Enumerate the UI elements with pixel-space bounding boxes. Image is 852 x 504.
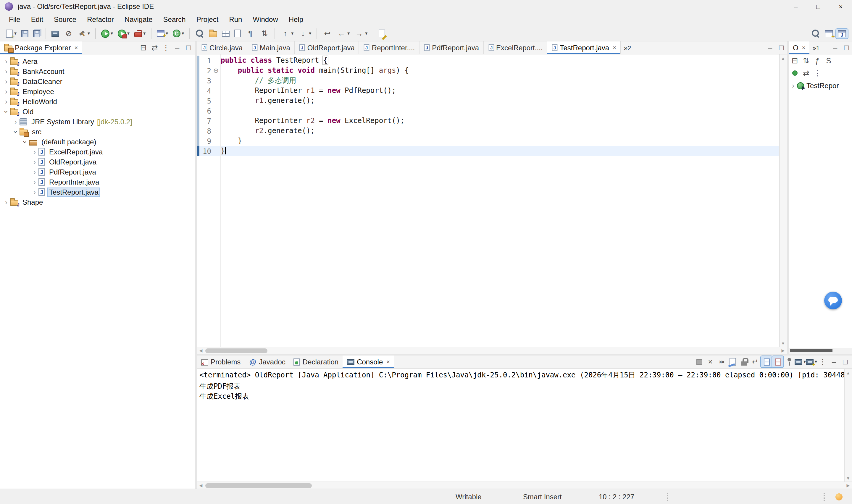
open-resource-button[interactable]	[207, 29, 219, 38]
chevron-expanded-icon[interactable]: ›	[21, 138, 29, 145]
maximize-view-button[interactable]: □	[183, 42, 194, 53]
build-all-button[interactable]: ▾	[76, 28, 92, 39]
gutter-line[interactable]: 8	[197, 126, 220, 136]
maximize-view-button[interactable]: □	[841, 42, 852, 53]
chevron-collapsed-icon[interactable]: ›	[31, 148, 38, 156]
editor-tab-excelreport-[interactable]: ExcelReport....	[484, 41, 547, 54]
terminate-button[interactable]	[693, 356, 705, 367]
menu-file[interactable]: File	[3, 14, 26, 25]
notification-icon[interactable]	[835, 493, 842, 501]
gutter-line[interactable]: 1	[197, 56, 220, 66]
editor-tab-testreport-java[interactable]: TestReport.java×	[547, 41, 621, 54]
new-java-project-button[interactable]: ▾	[155, 29, 170, 38]
collapse-all-button[interactable]: ⊟	[789, 55, 800, 66]
menu-edit[interactable]: Edit	[26, 14, 49, 25]
gutter-line[interactable]: 3	[197, 76, 220, 86]
show-whitespace-button[interactable]: ¶	[244, 28, 257, 39]
previous-annotation-button[interactable]: ↑▾	[279, 28, 295, 39]
hide-non-public-members-button[interactable]	[789, 68, 800, 79]
package-explorer-tab[interactable]: Package Explorer ×	[0, 41, 82, 54]
minimize-editor-button[interactable]: –	[764, 42, 776, 53]
tab-problems[interactable]: Problems	[197, 356, 244, 368]
forward-button[interactable]: →▾	[352, 28, 369, 39]
assistant-chat-button[interactable]	[824, 292, 842, 309]
close-icon[interactable]: ×	[613, 44, 616, 51]
fold-collapse-icon[interactable]: ⊖	[213, 66, 219, 76]
gutter-line[interactable]: 10	[197, 146, 220, 156]
gutter-line[interactable]: 6	[197, 106, 220, 116]
scrollbar-thumb[interactable]	[790, 349, 833, 352]
show-on-stderr-button[interactable]	[772, 356, 783, 367]
scroll-right-arrow[interactable]: ▶	[779, 347, 787, 354]
tab-console[interactable]: Console×	[343, 356, 394, 368]
menu-search[interactable]: Search	[158, 14, 191, 25]
editor-tab-pdfreport-java[interactable]: PdfReport.java	[419, 41, 484, 54]
clear-console-button[interactable]	[727, 356, 738, 367]
view-menu-button[interactable]: ⋮	[817, 356, 828, 367]
window-maximize-button[interactable]: □	[807, 0, 830, 13]
console-vertical-scrollbar[interactable]: ▲ ▼	[844, 369, 852, 482]
menu-source[interactable]: Source	[49, 14, 81, 25]
chevron-expanded-icon[interactable]: ›	[12, 128, 20, 136]
remove-all-terminated-button[interactable]: ××	[716, 356, 727, 367]
console-output[interactable]: 生成PDF报表生成Excel报表	[197, 380, 844, 482]
tree-item-jre-system-library[interactable]: ›JRE System Library [jdk-25.0.2]	[0, 116, 195, 127]
tab-declaration[interactable]: Declaration	[290, 356, 343, 368]
menu-navigate[interactable]: Navigate	[119, 14, 158, 25]
tree-item-reportinter-java[interactable]: ›ReportInter.java	[0, 177, 195, 187]
outline-item-testreport[interactable]: › TestRepor	[789, 80, 852, 90]
chevron-collapsed-icon[interactable]: ›	[31, 168, 38, 176]
editor-tab-circle-java[interactable]: Circle.java	[197, 41, 247, 54]
chevron-collapsed-icon[interactable]: ›	[2, 198, 10, 206]
new-button[interactable]: ▾	[4, 28, 18, 39]
window-minimize-button[interactable]: –	[784, 0, 807, 13]
tree-item-helloworld[interactable]: ›HelloWorld	[0, 96, 195, 107]
menu-refactor[interactable]: Refactor	[81, 14, 119, 25]
scrollbar-thumb[interactable]	[205, 348, 268, 353]
close-icon[interactable]: ×	[386, 359, 390, 365]
close-icon[interactable]: ×	[802, 44, 805, 51]
tree-item-excelreport-java[interactable]: ›ExcelReport.java	[0, 147, 195, 157]
tab-javadoc[interactable]: @Javadoc	[244, 356, 289, 368]
last-edit-location-button[interactable]: ↩	[321, 28, 334, 39]
chevron-expanded-icon[interactable]: ›	[2, 108, 10, 115]
open-terminal-button[interactable]	[50, 29, 61, 38]
sort-button[interactable]: ⇅	[800, 55, 812, 66]
search-button[interactable]	[194, 28, 206, 39]
chevron-collapsed-icon[interactable]: ›	[2, 57, 10, 65]
chevron-collapsed-icon[interactable]: ›	[31, 158, 38, 166]
hide-fields-button[interactable]: ƒ	[812, 55, 823, 66]
chevron-collapsed-icon[interactable]: ›	[2, 77, 10, 86]
console-horizontal-scrollbar[interactable]: ◀ ▶	[197, 482, 852, 489]
minimize-view-button[interactable]: –	[828, 356, 839, 367]
close-icon[interactable]: ×	[74, 44, 78, 51]
scrollbar-thumb[interactable]	[205, 483, 312, 488]
editor-tab-oldreport-java[interactable]: OldReport.java	[295, 41, 359, 54]
tree-item-src[interactable]: ›src	[0, 127, 195, 137]
view-menu-button[interactable]: ⋮	[160, 42, 171, 53]
external-tools-button[interactable]: ▾	[132, 29, 147, 38]
minimize-view-button[interactable]: –	[171, 42, 183, 53]
chevron-collapsed-icon[interactable]: ›	[31, 188, 38, 196]
tree-item-shape[interactable]: ›Shape	[0, 197, 195, 207]
maximize-view-button[interactable]: □	[839, 356, 851, 367]
collapse-all-button[interactable]: ⊟	[138, 42, 149, 53]
open-type-button[interactable]	[220, 29, 231, 38]
tab-overflow-indicator[interactable]: »2	[624, 44, 631, 51]
editor-tab-main-java[interactable]: Main.java	[247, 41, 295, 54]
tree-item-datacleaner[interactable]: ›DataCleaner	[0, 76, 195, 86]
tree-item-pdfreport-java[interactable]: ›PdfReport.java	[0, 167, 195, 177]
scroll-down-arrow[interactable]: ▼	[844, 474, 852, 482]
menu-help[interactable]: Help	[284, 14, 309, 25]
word-wrap-button[interactable]: ↵	[750, 356, 761, 367]
coverage-button[interactable]: ▾	[116, 28, 131, 39]
editor-tab-reportinter-[interactable]: ReportInter....	[359, 41, 419, 54]
scroll-up-arrow[interactable]: ▲	[779, 54, 787, 61]
link-with-editor-button[interactable]: ⇄	[800, 68, 812, 79]
gutter-line[interactable]: 5	[197, 96, 220, 106]
editor-vertical-scrollbar[interactable]: ▲ ▼	[779, 54, 787, 347]
view-menu-button[interactable]: ⋮	[812, 68, 823, 79]
tree-item-aera[interactable]: ›Aera	[0, 56, 195, 66]
gutter-line[interactable]: 2⊖	[197, 66, 220, 76]
tree-item-employee[interactable]: ›Employee	[0, 86, 195, 96]
